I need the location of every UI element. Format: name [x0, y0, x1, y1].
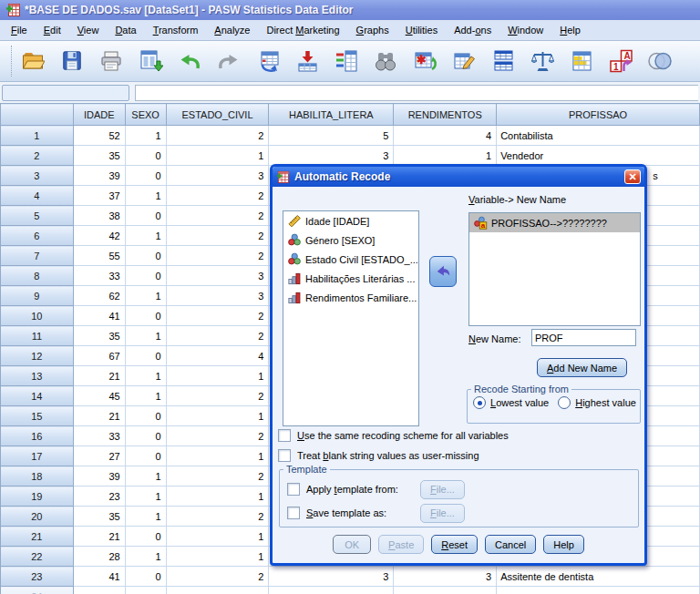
grid-cell[interactable]: 21: [73, 527, 125, 547]
menu-direct-marketing[interactable]: Direct Marketing: [258, 22, 347, 38]
grid-cell[interactable]: 0: [125, 166, 166, 186]
grid-cell[interactable]: 1: [394, 146, 497, 166]
grid-cell[interactable]: Assitente de dentista: [497, 567, 700, 587]
grid-cell[interactable]: 3: [166, 166, 269, 186]
grid-cell[interactable]: 2: [166, 226, 269, 246]
grid-cell[interactable]: 3: [269, 567, 394, 587]
grid-cell[interactable]: 0: [125, 146, 166, 166]
grid-row-header[interactable]: 15: [1, 406, 74, 426]
grid-cell[interactable]: 3: [269, 146, 394, 166]
toolbar-print[interactable]: [98, 46, 125, 76]
grid-row-header[interactable]: 5: [1, 206, 74, 226]
grid-cell[interactable]: 2: [166, 567, 269, 587]
grid-row-header[interactable]: 8: [1, 266, 74, 286]
grid-cell[interactable]: 2: [166, 126, 269, 146]
grid-row-header[interactable]: 23: [1, 567, 74, 587]
grid-cell[interactable]: 1: [166, 146, 269, 166]
grid-col-header[interactable]: ESTADO_CIVIL: [166, 104, 269, 126]
toolbar-insert-cases[interactable]: ✱: [411, 46, 438, 76]
grid-row-header[interactable]: 10: [1, 306, 74, 326]
grid-cell[interactable]: 0: [125, 567, 166, 587]
grid-cell[interactable]: 45: [73, 386, 125, 406]
paste-button[interactable]: Paste: [378, 535, 424, 554]
grid-col-header[interactable]: HABILITA_LITERA: [269, 104, 394, 126]
grid-cell[interactable]: [73, 587, 125, 594]
grid-cell[interactable]: [394, 587, 497, 594]
grid-row-header[interactable]: 16: [1, 426, 74, 446]
menu-view[interactable]: View: [69, 22, 108, 38]
ok-button[interactable]: OK: [333, 535, 371, 554]
source-variable-item[interactable]: Género [SEXO]: [283, 230, 418, 250]
grid-cell[interactable]: 1: [125, 507, 166, 527]
menu-window[interactable]: Window: [499, 22, 551, 38]
menu-help[interactable]: Help: [551, 22, 589, 38]
grid-cell[interactable]: Vendedor: [497, 146, 700, 166]
source-variable-item[interactable]: Idade [IDADE]: [283, 211, 418, 230]
grid-cell[interactable]: 0: [125, 206, 166, 226]
grid-cell[interactable]: 35: [73, 326, 125, 346]
grid-row-header[interactable]: 20: [1, 507, 74, 527]
grid-row-header[interactable]: 17: [1, 446, 74, 466]
grid-row-header[interactable]: 13: [1, 366, 74, 386]
grid-cell[interactable]: 35: [73, 507, 125, 527]
toolbar-variables[interactable]: [333, 46, 360, 76]
grid-row-header[interactable]: 2: [1, 146, 74, 166]
grid-row-header[interactable]: 19: [1, 486, 74, 507]
grid-col-header[interactable]: PROFISSAO: [497, 104, 700, 126]
checkbox-icon[interactable]: [287, 483, 300, 496]
source-variable-item[interactable]: Estado Civil [ESTADO_...: [283, 250, 418, 269]
grid-cell[interactable]: 39: [73, 466, 125, 486]
grid-cell[interactable]: [497, 587, 700, 594]
menu-add-ons[interactable]: Add-ons: [446, 22, 499, 38]
grid-cell[interactable]: 1: [125, 486, 166, 507]
grid-row-header[interactable]: 1: [1, 126, 74, 146]
toolbar-recall-dialogs[interactable]: [137, 46, 164, 76]
close-icon[interactable]: ✕: [624, 169, 641, 184]
cell-edit-field[interactable]: [135, 85, 698, 101]
grid-cell[interactable]: 2: [166, 186, 269, 206]
radio-option-lowest[interactable]: Lowest value: [473, 396, 549, 409]
grid-cell[interactable]: 1: [166, 547, 269, 567]
toolbar-open-file[interactable]: [19, 46, 46, 76]
grid-cell[interactable]: 0: [125, 406, 166, 426]
grid-col-header[interactable]: SEXO: [125, 104, 166, 126]
menu-edit[interactable]: Edit: [36, 22, 69, 38]
grid-corner-cell[interactable]: [1, 104, 74, 126]
checkbox-icon[interactable]: [278, 429, 291, 442]
grid-row-header[interactable]: 3: [1, 166, 74, 186]
new-name-input[interactable]: [531, 329, 636, 346]
cell-reference-box[interactable]: [2, 85, 129, 101]
grid-cell[interactable]: 41: [73, 306, 125, 326]
grid-cell[interactable]: 33: [73, 266, 125, 286]
grid-cell[interactable]: 42: [73, 226, 125, 246]
source-variable-item[interactable]: Rendimentos Familiare...: [283, 288, 418, 307]
grid-cell[interactable]: 1: [125, 186, 166, 206]
grid-cell[interactable]: 2: [166, 426, 269, 446]
menu-transform[interactable]: Transform: [145, 22, 207, 38]
checkbox-icon[interactable]: [287, 507, 300, 519]
grid-cell[interactable]: 1: [125, 547, 166, 567]
grid-cell[interactable]: 4: [394, 126, 497, 146]
toolbar-select-cases[interactable]: [568, 46, 595, 76]
file-button[interactable]: File...: [420, 480, 465, 499]
grid-cell[interactable]: 1: [125, 386, 166, 406]
grid-cell[interactable]: 0: [125, 246, 166, 266]
toolbar-goto-case[interactable]: [254, 46, 282, 76]
toolbar-save-file[interactable]: [58, 46, 86, 76]
toolbar-value-labels[interactable]: A1: [607, 46, 634, 76]
grid-cell[interactable]: 1: [125, 466, 166, 486]
checkbox-icon[interactable]: [278, 449, 291, 462]
grid-col-header[interactable]: RENDIMENTOS: [394, 104, 497, 126]
grid-cell[interactable]: 5: [269, 126, 394, 146]
grid-cell[interactable]: 0: [125, 446, 166, 466]
source-variable-item[interactable]: Habilitações Literárias ...: [283, 269, 418, 288]
grid-cell[interactable]: 3: [394, 567, 497, 587]
grid-row-header[interactable]: 12: [1, 346, 74, 366]
grid-row-header[interactable]: 11: [1, 326, 74, 346]
cancel-button[interactable]: Cancel: [485, 535, 536, 554]
grid-cell[interactable]: 21: [73, 366, 125, 386]
grid-cell[interactable]: 1: [125, 366, 166, 386]
dialog-checkbox-row[interactable]: Treat blank string values as user-missin…: [278, 449, 479, 462]
grid-cell[interactable]: 35: [73, 146, 125, 166]
grid-cell[interactable]: 67: [73, 346, 125, 366]
